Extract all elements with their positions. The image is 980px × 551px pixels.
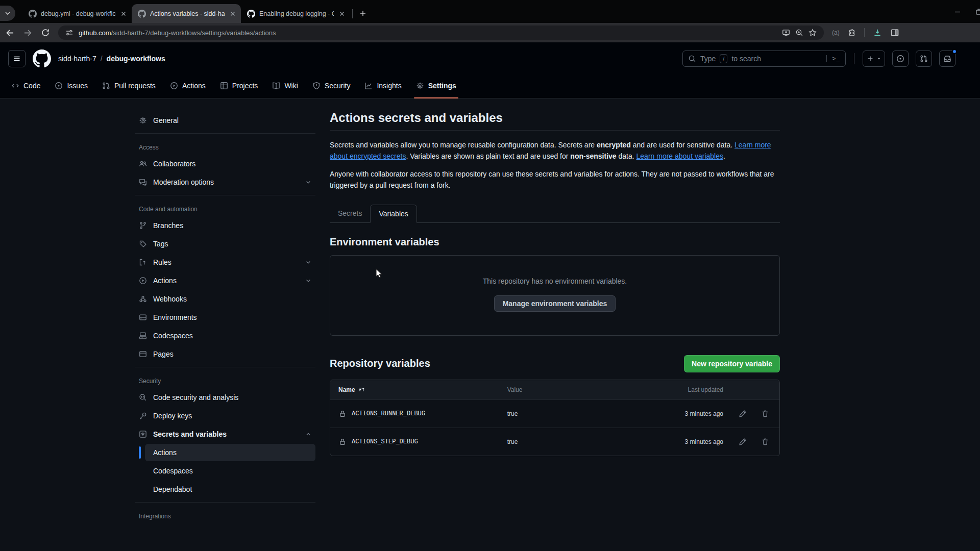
forward-icon[interactable] <box>23 28 33 38</box>
create-new-button[interactable] <box>863 51 885 67</box>
pull-requests-button[interactable] <box>916 51 932 67</box>
extension-badge[interactable]: (a) <box>832 29 840 36</box>
sidebar-item-moderation-options[interactable]: Moderation options <box>135 173 315 191</box>
edit-pencil-icon[interactable] <box>739 410 747 418</box>
variable-name: ACTIONS_RUNNER_DEBUG <box>352 410 425 417</box>
sidebar-item-tags[interactable]: Tags <box>135 235 315 253</box>
sidebar-divider <box>135 133 315 134</box>
plus-icon <box>359 9 367 17</box>
github-favicon <box>247 10 255 18</box>
git-pull-request-icon <box>920 55 928 63</box>
sidebar-item-label: Actions <box>153 448 177 457</box>
side-panel-icon[interactable] <box>890 28 899 37</box>
title-divider <box>330 130 780 131</box>
intro-text: . Variables are shown as plain text and … <box>406 152 570 160</box>
tab-label: Code <box>23 82 40 90</box>
sidebar-item-codespaces[interactable]: Codespaces <box>135 327 315 344</box>
extensions-puzzle-icon[interactable] <box>848 29 856 37</box>
back-icon[interactable] <box>5 28 15 38</box>
tab-code[interactable]: Code <box>4 73 47 98</box>
sidebar-item-secrets-variables[interactable]: Secrets and variables <box>135 425 315 443</box>
comment-discussion-icon <box>139 178 147 186</box>
tab-secrets[interactable]: Secrets <box>330 205 370 222</box>
tab-label: Actions <box>182 82 206 90</box>
breadcrumb-owner[interactable]: sidd-harth-7 <box>58 55 96 63</box>
browser-tab-2-active[interactable]: Actions variables - sidd-harth-7 <box>132 4 241 23</box>
sidebar-section-code-automation: Code and automation <box>135 199 315 216</box>
column-name[interactable]: Name <box>338 386 507 393</box>
tab-search-button[interactable] <box>0 6 15 21</box>
reload-icon[interactable] <box>41 28 50 37</box>
zoom-icon[interactable] <box>795 29 803 37</box>
sidebar-subitem-dependabot[interactable]: Dependabot <box>145 481 315 498</box>
tab-title: Actions variables - sidd-harth-7 <box>150 10 225 17</box>
browser-tab-3[interactable]: Enabling debug logging - GitH <box>241 4 350 23</box>
tab-actions[interactable]: Actions <box>163 73 213 98</box>
inbox-icon <box>943 55 951 63</box>
sidebar-item-webhooks[interactable]: Webhooks <box>135 290 315 308</box>
global-search-input[interactable]: Type / to search >_ <box>682 51 846 67</box>
sidebar-item-deploy-keys[interactable]: Deploy keys <box>135 407 315 424</box>
browser-profile-avatar[interactable] <box>908 26 915 40</box>
sidebar-item-label: Deploy keys <box>153 412 192 420</box>
slash-keycap: / <box>720 54 727 63</box>
sidebar-subitem-codespaces[interactable]: Codespaces <box>145 462 315 480</box>
tab-pull-requests[interactable]: Pull requests <box>95 73 163 98</box>
sidebar-item-branches[interactable]: Branches <box>135 217 315 234</box>
tab-settings[interactable]: Settings <box>409 73 463 98</box>
sidebar-item-label: Webhooks <box>153 295 187 303</box>
issue-opened-icon <box>896 55 904 63</box>
inbox-button[interactable] <box>939 51 955 67</box>
window-restore-button[interactable] <box>975 8 980 16</box>
browser-tab-1[interactable]: debug.yml - debug-workflows <box>22 4 132 23</box>
tab-label: Projects <box>232 82 258 90</box>
github-logo-icon[interactable] <box>33 49 51 68</box>
delete-trash-icon[interactable] <box>761 438 769 446</box>
variable-value: true <box>507 410 637 417</box>
chevron-down-icon <box>305 278 311 284</box>
tab-issues[interactable]: Issues <box>47 73 94 98</box>
close-icon[interactable] <box>338 10 346 18</box>
manage-environment-variables-button[interactable]: Manage environment variables <box>494 295 616 312</box>
tab-variables[interactable]: Variables <box>370 205 416 223</box>
site-settings-icon[interactable] <box>65 29 74 37</box>
sidebar-item-code-security[interactable]: Code security and analysis <box>135 389 315 406</box>
sidebar-item-general[interactable]: General <box>135 112 315 129</box>
sidebar-item-rules[interactable]: Rules <box>135 254 315 271</box>
tab-insights[interactable]: Insights <box>357 73 408 98</box>
copilot-chat-icon[interactable]: >_ <box>826 55 840 62</box>
intro-text: . <box>723 152 725 160</box>
webhook-icon <box>139 295 147 303</box>
close-icon[interactable] <box>229 10 237 18</box>
asterisk-box-icon <box>139 430 147 438</box>
empty-state-text: This repository has no environment varia… <box>330 277 779 285</box>
bookmark-star-icon[interactable] <box>808 29 817 37</box>
global-menu-button[interactable] <box>8 50 26 67</box>
sidebar-item-collaborators[interactable]: Collaborators <box>135 155 315 172</box>
sidebar-item-environments[interactable]: Environments <box>135 309 315 326</box>
sidebar-item-actions[interactable]: Actions <box>135 272 315 289</box>
tab-projects[interactable]: Projects <box>213 73 265 98</box>
tab-security[interactable]: Security <box>305 73 358 98</box>
column-label: Name <box>338 386 355 393</box>
tab-wiki[interactable]: Wiki <box>265 73 305 98</box>
close-icon[interactable] <box>119 10 128 18</box>
edit-pencil-icon[interactable] <box>739 438 747 446</box>
link-about-variables[interactable]: Learn more about variables <box>636 152 723 160</box>
collaborator-paragraph: Anyone with collaborator access to this … <box>330 169 780 191</box>
install-app-icon[interactable] <box>782 29 790 37</box>
breadcrumb-repo[interactable]: debug-workflows <box>107 55 165 63</box>
user-avatar[interactable] <box>964 50 972 67</box>
sidebar-subitem-actions[interactable]: Actions <box>145 444 315 461</box>
delete-trash-icon[interactable] <box>761 410 769 418</box>
sidebar-item-label: Pages <box>153 350 174 358</box>
address-bar[interactable]: github.com/sidd-harth-7/debug-workflows/… <box>58 26 824 40</box>
sidebar-item-label: Code security and analysis <box>153 393 238 402</box>
new-tab-button[interactable] <box>356 6 370 20</box>
sidebar-item-label: General <box>153 116 179 124</box>
issues-button[interactable] <box>892 51 909 67</box>
window-minimize-button[interactable] <box>953 8 962 16</box>
sidebar-item-pages[interactable]: Pages <box>135 345 315 363</box>
download-icon[interactable] <box>873 28 882 37</box>
new-repository-variable-button[interactable]: New repository variable <box>684 355 780 372</box>
